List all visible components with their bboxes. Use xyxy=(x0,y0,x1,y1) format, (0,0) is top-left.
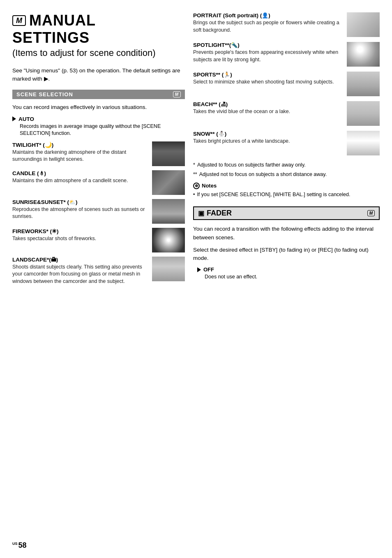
scene-title-portrait: PORTRAIT (Soft portrait) (👤) xyxy=(193,12,343,19)
scene-title-sunrise: SUNRISE&SUNSET* (⛅) xyxy=(12,199,148,205)
main-title-line2: SETTINGS xyxy=(12,30,185,46)
scene-item-fireworks: FIREWORKS* (✳) Takes spectacular shots o… xyxy=(12,228,185,252)
fader-desc-2: Select the desired effect in [STBY] (to … xyxy=(193,246,380,263)
scene-title-twilight: TWILIGHT* (🌙) xyxy=(12,141,148,148)
scene-thumb-snow xyxy=(347,131,380,155)
auto-label: AUTO xyxy=(18,116,34,122)
scene-desc-sports: Select to minimize shake when shooting f… xyxy=(193,79,343,86)
scene-thumb-candle xyxy=(152,170,185,195)
scene-thumb-landscape xyxy=(152,257,185,281)
notes-content-1: If you set [SCENE SELECTION], [WHITE BAL… xyxy=(197,191,350,199)
scene-selection-title: SCENE SELECTION xyxy=(16,91,73,97)
scene-desc-fireworks: Takes spectacular shots of fireworks. xyxy=(12,235,148,243)
footnote-text-2: Adjusted not to focus on subjects a shor… xyxy=(199,171,327,178)
off-label: OFF xyxy=(203,266,214,273)
scene-intro: You can record images effectively in var… xyxy=(12,103,185,111)
scene-title-snow: SNOW** (⛄) xyxy=(193,131,343,137)
notes-section: ⊕ Notes • If you set [SCENE SELECTION], … xyxy=(193,183,380,199)
scene-desc-portrait: Brings out the subject such as people or… xyxy=(193,19,343,34)
scene-title-spotlight: SPOTLIGHT**(🔦) xyxy=(193,42,343,48)
fader-title: FADER xyxy=(207,209,232,218)
footnote-star-1: * xyxy=(193,161,195,169)
scene-title-beach: BEACH** (🏖) xyxy=(193,101,343,107)
page-number-value: 58 xyxy=(18,541,27,549)
bullet-dot: • xyxy=(193,191,195,199)
triangle-icon xyxy=(12,116,16,121)
fader-badge: M xyxy=(367,210,375,216)
fader-desc-1: You can record a transition with the fol… xyxy=(193,225,380,242)
scene-item-sunrise: SUNRISE&SUNSET* (⛅) Reproduces the atmos… xyxy=(12,199,185,224)
footnote-2: ** Adjusted not to focus on subjects a s… xyxy=(193,171,380,178)
scene-desc-snow: Takes bright pictures of a white landsca… xyxy=(193,138,343,145)
scene-title-sports: SPORTS** (🏃) xyxy=(193,72,343,78)
title-block: M MANUAL SETTINGS (Items to adjust for s… xyxy=(12,12,185,59)
scene-desc-candle: Maintains the dim atmosphere of a candle… xyxy=(12,177,148,185)
auto-desc: Records images in average image quality … xyxy=(12,123,185,137)
scene-title-landscape: LANDSCAPE*(🏔) xyxy=(12,257,148,263)
scene-thumb-spotlight xyxy=(347,42,380,67)
footnote-star-2: ** xyxy=(193,171,197,178)
scene-item-candle: CANDLE (🕯) Maintains the dim atmosphere … xyxy=(12,170,185,195)
scene-item-twilight: TWILIGHT* (🌙) Maintains the darkening at… xyxy=(12,141,185,166)
fader-header: ▣ FADER M xyxy=(193,206,380,220)
scene-thumb-sports xyxy=(347,72,380,96)
scene-section-badge: M xyxy=(173,91,181,97)
subtitle: (Items to adjust for scene condition) xyxy=(12,47,185,59)
footnote-text-1: Adjusted to focus on subjects farther aw… xyxy=(197,161,306,169)
off-desc: Does not use an effect. xyxy=(197,273,380,281)
scene-item-portrait: PORTRAIT (Soft portrait) (👤) Brings out … xyxy=(193,12,380,37)
scene-thumb-sunrise xyxy=(152,199,185,224)
scene-thumb-beach xyxy=(347,101,380,126)
scene-desc-landscape: Shoots distant subjects clearly. This se… xyxy=(12,264,148,285)
notes-text: • If you set [SCENE SELECTION], [WHITE B… xyxy=(193,191,380,199)
off-item: OFF Does not use an effect. xyxy=(197,266,380,281)
main-title: MANUAL xyxy=(29,12,96,29)
scene-desc-beach: Takes the vivid blue of the ocean or a l… xyxy=(193,108,343,116)
fader-icon: ▣ xyxy=(198,209,204,217)
scene-selection-header: SCENE SELECTION M xyxy=(12,90,185,99)
scene-desc-twilight: Maintains the darkening atmosphere of th… xyxy=(12,149,148,163)
page-number-label: US xyxy=(12,542,18,546)
scene-desc-sunrise: Reproduces the atmosphere of scenes such… xyxy=(12,206,148,220)
scene-thumb-fireworks xyxy=(152,228,185,252)
intro-text: See "Using menus" (p. 53) on the operati… xyxy=(12,67,185,83)
auto-item: AUTO Records images in average image qua… xyxy=(12,116,185,137)
scene-item-sports: SPORTS** (🏃) Select to minimize shake wh… xyxy=(193,72,380,96)
scene-item-snow: SNOW** (⛄) Takes bright pictures of a wh… xyxy=(193,131,380,155)
scene-desc-spotlight: Prevents people's faces from appearing e… xyxy=(193,49,343,63)
notes-icon: ⊕ xyxy=(193,183,200,189)
fader-section: ▣ FADER M You can record a transition wi… xyxy=(193,206,380,281)
notes-title-text: Notes xyxy=(202,183,217,189)
footnote-1: * Adjusted to focus on subjects farther … xyxy=(193,161,380,169)
notes-bullet-1: • If you set [SCENE SELECTION], [WHITE B… xyxy=(193,191,380,199)
off-triangle-icon xyxy=(197,267,201,272)
m-badge-icon: M xyxy=(12,15,26,26)
footnotes-block: * Adjusted to focus on subjects farther … xyxy=(193,161,380,178)
scene-thumb-portrait xyxy=(347,12,380,37)
scene-item-beach: BEACH** (🏖) Takes the vivid blue of the … xyxy=(193,101,380,126)
scene-item-landscape: LANDSCAPE*(🏔) Shoots distant subjects cl… xyxy=(12,257,185,285)
scene-item-spotlight: SPOTLIGHT**(🔦) Prevents people's faces f… xyxy=(193,42,380,67)
scene-title-fireworks: FIREWORKS* (✳) xyxy=(12,228,148,234)
scene-thumb-twilight xyxy=(152,141,185,166)
scene-title-candle: CANDLE (🕯) xyxy=(12,170,148,176)
page-number: US58 xyxy=(12,541,27,550)
